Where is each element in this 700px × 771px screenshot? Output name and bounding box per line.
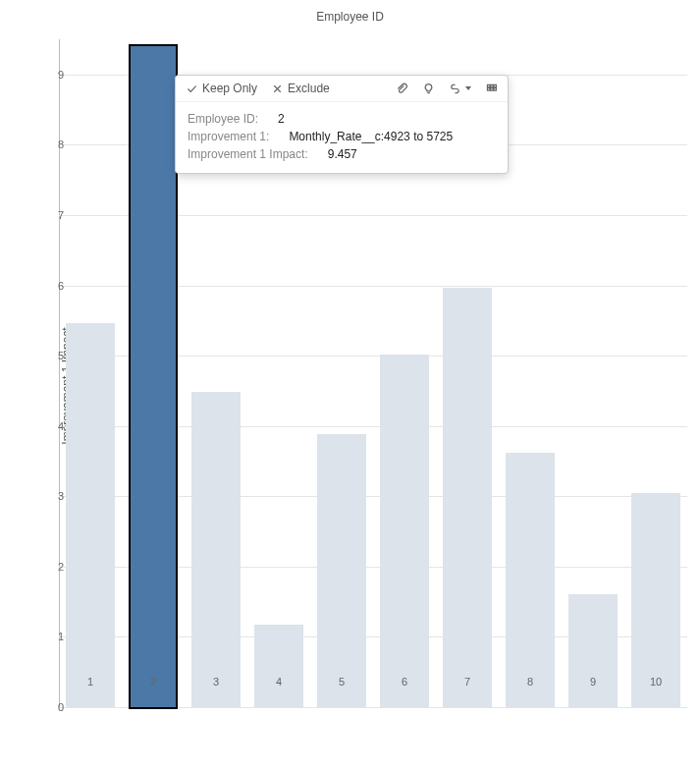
lightbulb-icon[interactable]: [422, 83, 435, 95]
y-tick-label: 8: [5, 138, 64, 150]
tooltip-value: Monthly_Rate__c:4923 to 5725: [289, 128, 453, 145]
bar[interactable]: [506, 453, 555, 707]
y-tick-label: 7: [5, 209, 64, 221]
tooltip-row: Employee ID:2: [188, 110, 496, 128]
x-tick-label: 3: [187, 676, 245, 688]
chart-title: Employee ID: [0, 0, 700, 31]
x-tick-label: 8: [501, 676, 560, 688]
check-icon: [186, 83, 198, 95]
keep-only-button[interactable]: Keep Only: [186, 82, 257, 95]
bar[interactable]: [66, 323, 115, 707]
exclude-button[interactable]: Exclude: [271, 82, 330, 95]
exclude-label: Exclude: [288, 82, 330, 95]
y-tick-label: 1: [5, 631, 64, 642]
bar[interactable]: [317, 434, 366, 707]
tooltip-row: Improvement 1:Monthly_Rate__c:4923 to 57…: [188, 128, 496, 145]
y-tick-label: 3: [5, 490, 64, 502]
tooltip-value: 9.457: [328, 145, 357, 163]
y-tick-label: 4: [5, 420, 64, 432]
bar[interactable]: [254, 625, 303, 707]
attachment-icon[interactable]: [396, 83, 408, 95]
x-tick-label: 9: [564, 676, 622, 688]
link-dropdown-icon[interactable]: [449, 83, 471, 95]
y-tick-label: 2: [5, 561, 64, 573]
x-tick-label: 2: [124, 676, 183, 688]
y-tick-label: 5: [5, 350, 64, 361]
keep-only-label: Keep Only: [202, 82, 257, 95]
view-data-icon[interactable]: [485, 83, 498, 95]
tooltip: Keep Only Exclude Employee ID:2Improveme…: [175, 75, 509, 174]
tooltip-toolbar: Keep Only Exclude: [176, 76, 508, 102]
x-tick-label: 6: [375, 676, 434, 688]
chevron-down-icon: [465, 86, 471, 90]
x-icon: [271, 83, 284, 95]
y-tick-label: 6: [5, 280, 64, 292]
bar-selected[interactable]: [129, 44, 178, 709]
x-tick-label: 5: [312, 676, 371, 688]
bar[interactable]: [191, 392, 241, 707]
bar[interactable]: [568, 594, 618, 707]
tooltip-value: 2: [278, 110, 285, 128]
x-tick-label: 4: [249, 676, 308, 688]
x-tick-label: 10: [626, 676, 685, 688]
tooltip-key: Improvement 1:: [188, 128, 269, 145]
x-tick-label: 1: [61, 676, 120, 688]
x-tick-label: 7: [438, 676, 497, 688]
tooltip-body: Employee ID:2Improvement 1:Monthly_Rate_…: [176, 102, 508, 173]
tooltip-row: Improvement 1 Impact:9.457: [188, 145, 496, 163]
bar[interactable]: [380, 355, 429, 707]
y-tick-label: 9: [5, 69, 64, 81]
y-tick-label: 0: [5, 701, 64, 713]
bar[interactable]: [443, 288, 492, 707]
tooltip-key: Employee ID:: [188, 110, 258, 128]
tooltip-key: Improvement 1 Impact:: [188, 145, 308, 163]
